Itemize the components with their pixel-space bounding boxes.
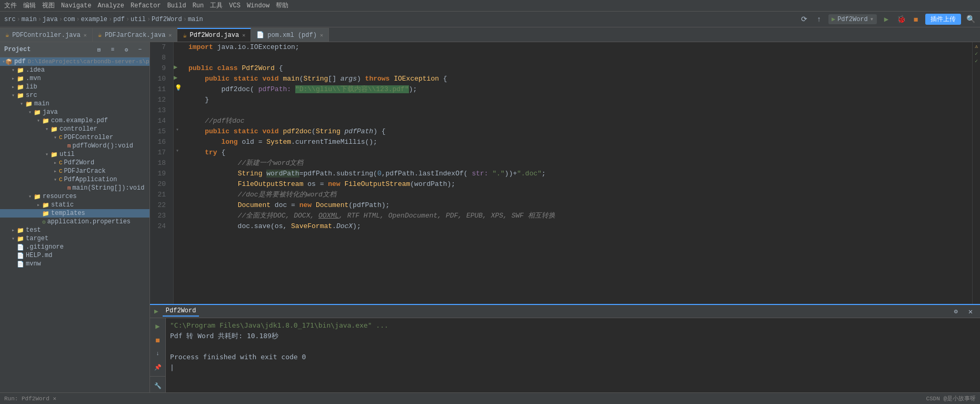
menu-file[interactable]: 文件: [4, 1, 17, 10]
tab-pom-xml[interactable]: 📄 pom.xml (pdf) ✕: [251, 28, 329, 42]
run-output: "C:\Program Files\Java\jdk1.8.0_171\bin\…: [166, 318, 980, 392]
file-icon: 📄: [17, 261, 24, 268]
menu-run[interactable]: Run: [193, 2, 204, 9]
sidebar-icon1[interactable]: ⊞: [94, 44, 104, 55]
sidebar-icon2[interactable]: ≡: [107, 44, 118, 55]
tree-templates[interactable]: 📁 templates: [0, 209, 149, 218]
run-arrow-9[interactable]: ▶: [174, 63, 177, 71]
menu-bar: 文件 编辑 视图 Navigate Analyze Refactor Build…: [0, 0, 980, 12]
run-tab-pdf2word[interactable]: Pdf2Word: [163, 306, 199, 317]
tree-label: templates: [51, 210, 85, 217]
menu-edit[interactable]: 编辑: [23, 1, 36, 10]
vcs-push-icon[interactable]: ↑: [814, 14, 824, 25]
breadcrumb-pdf[interactable]: pdf: [113, 16, 125, 23]
breadcrumb-src[interactable]: src: [4, 16, 16, 23]
tree-main-method[interactable]: m main(String[]):void: [0, 184, 149, 192]
tree-mvn[interactable]: ▸ 📁 .mvn: [0, 74, 149, 83]
tree-label: Pdf2Word: [64, 159, 95, 166]
tree-idea[interactable]: ▾ 📁 .idea: [0, 66, 149, 74]
tree-app-properties[interactable]: ⚙ application.properties: [0, 218, 149, 226]
tree-controller[interactable]: ▾ 📁 controller: [0, 125, 149, 133]
tab-pdf2word[interactable]: ☕ Pdf2Word.java ✕: [177, 28, 251, 42]
run-button[interactable]: ▶: [881, 14, 892, 25]
menu-view[interactable]: 视图: [42, 1, 55, 10]
close-icon[interactable]: ✕: [84, 32, 87, 38]
folder-icon: 📁: [51, 151, 58, 158]
toolbar-right: ⟳ ↑ ▶ Pdf2Word ▾ ▶ 🐞 ◼ 插件上传 🔍: [799, 14, 976, 25]
run-settings-icon[interactable]: ⚙: [951, 306, 961, 317]
menu-help[interactable]: 帮助: [276, 1, 288, 10]
tree-pdfjarcrack-class[interactable]: ▸ C PDFJarCrack: [0, 167, 149, 175]
tree-pdftoword-method[interactable]: m pdfToWord():void: [0, 142, 149, 150]
java-icon: C: [59, 160, 63, 166]
tree-pdfapplication-class[interactable]: ▾ C PdfApplication: [0, 175, 149, 184]
java-icon: ☕: [5, 31, 9, 39]
vcs-update-icon[interactable]: ⟳: [799, 14, 809, 25]
tree-static[interactable]: ▸ 📁 static: [0, 201, 149, 209]
menu-tools[interactable]: 工具: [210, 1, 223, 10]
menu-vcs[interactable]: VCS: [229, 2, 241, 9]
breadcrumb-java[interactable]: java: [43, 16, 58, 23]
breadcrumb-main[interactable]: main: [188, 16, 203, 23]
folder-icon: 📁: [42, 117, 49, 124]
tree-target[interactable]: ▾ 📁 target: [0, 234, 149, 243]
command-prompt: "C:\Program Files\Java\jdk1.8.0_171\bin\…: [170, 321, 388, 329]
method-icon: m: [67, 185, 71, 191]
fold-icon[interactable]: ▾: [176, 126, 179, 133]
menu-refactor[interactable]: Refactor: [131, 2, 161, 9]
breadcrumb-example[interactable]: example: [81, 16, 107, 23]
sidebar-icon3[interactable]: ⚙: [121, 44, 132, 55]
tree-pdf2word-class[interactable]: ▸ C Pdf2Word: [0, 159, 149, 167]
folder-icon: 📁: [51, 126, 58, 133]
tree-util[interactable]: ▾ 📁 util: [0, 150, 149, 159]
tree-helpmd[interactable]: 📄 HELP.md: [0, 251, 149, 260]
toolbar: src › main › java › com › example › pdf …: [0, 12, 980, 27]
breadcrumb-pdf2word[interactable]: Pdf2Word: [152, 16, 182, 23]
stop-button[interactable]: ◼: [911, 14, 921, 25]
tree-mvnw[interactable]: 📄 mvnw: [0, 260, 149, 268]
run-arrow-10[interactable]: ▶: [174, 74, 177, 82]
fold-icon[interactable]: ▾: [176, 147, 179, 154]
tree-com-example[interactable]: ▾ 📁 com.example.pdf: [0, 116, 149, 125]
tree-test[interactable]: ▸ 📁 test: [0, 226, 149, 234]
run-close-icon[interactable]: ✕: [965, 306, 976, 317]
search-button[interactable]: 🔍: [965, 14, 976, 25]
tree-lib[interactable]: ▸ 📁 lib: [0, 83, 149, 91]
menu-build[interactable]: Build: [167, 2, 186, 9]
tab-pdf-controller[interactable]: ☕ PDFController.java ✕: [0, 28, 93, 42]
run-restart-btn[interactable]: ▶: [152, 320, 164, 332]
close-icon[interactable]: ✕: [320, 32, 323, 38]
sidebar-minimize[interactable]: −: [135, 44, 145, 55]
menu-analyze[interactable]: Analyze: [98, 2, 124, 9]
run-pin-btn[interactable]: 📌: [152, 361, 164, 373]
tree-root-pdf[interactable]: ▾ 📦 pdf D:\IdeaProjects\carbondb-server-…: [0, 57, 149, 66]
lightbulb-icon[interactable]: 💡: [175, 84, 182, 91]
breadcrumb-util[interactable]: util: [131, 16, 146, 23]
debug-button[interactable]: 🐞: [896, 14, 906, 25]
tree-resources[interactable]: ▾ 📁 resources: [0, 192, 149, 201]
tree-src[interactable]: ▾ 📁 src: [0, 91, 149, 100]
file-icon: 📄: [17, 244, 24, 251]
run-filter-btn[interactable]: 🔧: [152, 380, 164, 391]
tree-gitignore[interactable]: 📄 .gitignore: [0, 243, 149, 251]
upload-button[interactable]: 插件上传: [925, 14, 961, 25]
warning-1: ⚠: [975, 43, 978, 50]
menu-window[interactable]: Window: [247, 2, 269, 9]
run-scroll-btn[interactable]: ↓: [152, 348, 164, 359]
tab-pdf-jar-crack[interactable]: ☕ PDFJarCrack.java ✕: [93, 28, 177, 42]
tree-pdfcontroller[interactable]: ▾ C PDFController: [0, 133, 149, 142]
menu-navigate[interactable]: Navigate: [61, 2, 92, 9]
close-icon[interactable]: ✕: [168, 32, 172, 38]
tree-java[interactable]: ▾ 📁 java: [0, 108, 149, 116]
file-icon: 📄: [17, 252, 24, 259]
code-content[interactable]: import java.io.IOException; public class…: [184, 42, 972, 304]
breadcrumb-com[interactable]: com: [64, 16, 75, 23]
status-run: Run: Pdf2Word ✕: [4, 395, 56, 402]
tree-main[interactable]: ▾ 📁 main: [0, 100, 149, 108]
run-config[interactable]: ▶ Pdf2Word ▾: [828, 14, 877, 24]
run-stop-btn[interactable]: ◼: [152, 334, 164, 346]
close-icon[interactable]: ✕: [242, 32, 245, 38]
breadcrumb-main[interactable]: main: [22, 16, 37, 23]
divider: [150, 376, 165, 377]
method-icon: m: [67, 143, 71, 149]
